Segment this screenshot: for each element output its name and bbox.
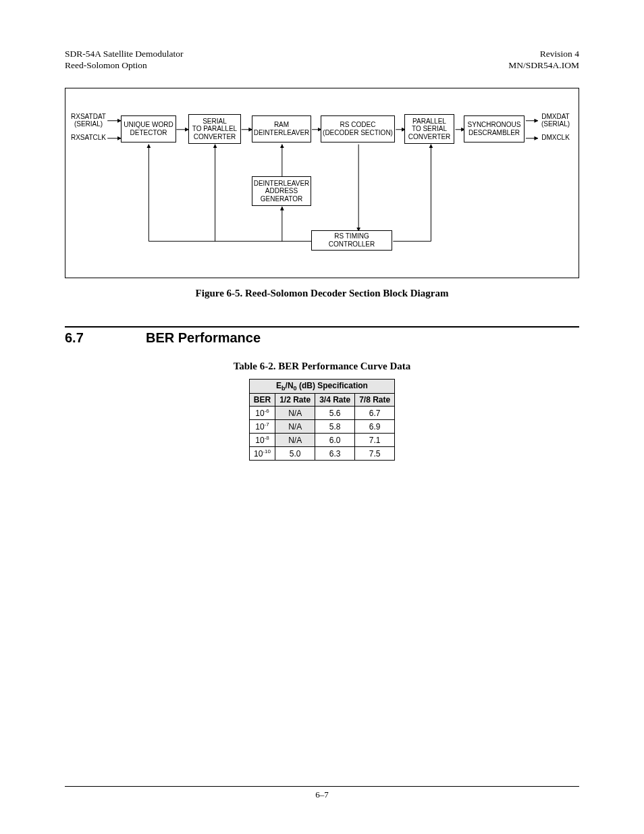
section-title: BER Performance xyxy=(146,330,261,346)
header-docnum: MN/SDR54A.IOM xyxy=(508,60,579,72)
header-left: SDR-54A Satellite Demodulator Reed-Solom… xyxy=(65,49,183,72)
table-caption: Table 6-2. BER Performance Curve Data xyxy=(65,361,579,372)
page: SDR-54A Satellite Demodulator Reed-Solom… xyxy=(0,0,644,834)
header-option: Reed-Solomon Option xyxy=(65,60,183,72)
cell-seven-eighth-rate: 7.1 xyxy=(355,434,395,447)
table-row: 10-105.06.37.5 xyxy=(249,447,394,461)
col-half: 1/2 Rate xyxy=(275,394,315,407)
block-unique-word-detector: UNIQUE WORDDETECTOR xyxy=(121,115,176,142)
table-row: 10-6N/A5.66.7 xyxy=(249,407,394,420)
cell-half-rate: N/A xyxy=(275,434,315,447)
cell-ber: 10-10 xyxy=(249,447,275,461)
table-row: 10-7N/A5.86.9 xyxy=(249,420,394,434)
block-deinterleaver-address-generator: DEINTERLEAVERADDRESSGENERATOR xyxy=(252,176,311,206)
cell-half-rate: N/A xyxy=(275,407,315,420)
label-rxsatclk: RXSATCLK xyxy=(70,134,107,142)
block-rs-timing-controller: RS TIMING CONTROLLER xyxy=(311,230,392,251)
table-row: 10-8N/A6.07.1 xyxy=(249,434,394,447)
cell-three-quarter-rate: 5.6 xyxy=(315,407,355,420)
header-product: SDR-54A Satellite Demodulator xyxy=(65,49,183,60)
cell-ber: 10-6 xyxy=(249,407,275,420)
ebno-text: Eb/N0 (dB) Specification xyxy=(276,381,368,390)
cell-seven-eighth-rate: 6.9 xyxy=(355,420,395,434)
col-three: 3/4 Rate xyxy=(315,394,355,407)
cell-three-quarter-rate: 6.0 xyxy=(315,434,355,447)
cell-seven-eighth-rate: 6.7 xyxy=(355,407,395,420)
header-right: Revision 4 MN/SDR54A.IOM xyxy=(508,49,579,72)
header-revision: Revision 4 xyxy=(508,49,579,60)
page-header: SDR-54A Satellite Demodulator Reed-Solom… xyxy=(65,49,579,72)
cell-three-quarter-rate: 5.8 xyxy=(315,420,355,434)
ber-table-body: 10-6N/A5.66.710-7N/A5.86.910-8N/A6.07.11… xyxy=(249,407,394,461)
page-footer: 6–7 xyxy=(65,786,579,800)
cell-ber: 10-8 xyxy=(249,434,275,447)
cell-half-rate: N/A xyxy=(275,420,315,434)
table-spec-header: Eb/N0 (dB) Specification xyxy=(249,379,394,393)
block-parallel-to-serial: PARALLELTO SERIALCONVERTER xyxy=(404,114,454,144)
label-dmxclk: DMXCLK xyxy=(537,134,574,142)
section-number: 6.7 xyxy=(65,330,146,346)
label-rxsatdat: RXSATDAT(SERIAL) xyxy=(70,113,107,128)
block-synchronous-descrambler: SYNCHRONOUSDESCRAMBLER xyxy=(464,115,525,142)
ber-table: Eb/N0 (dB) Specification BER 1/2 Rate 3/… xyxy=(249,379,395,461)
cell-seven-eighth-rate: 7.5 xyxy=(355,447,395,461)
cell-ber: 10-7 xyxy=(249,420,275,434)
block-ram-deinterleaver: RAMDEINTERLEAVER xyxy=(252,115,311,142)
cell-three-quarter-rate: 6.3 xyxy=(315,447,355,461)
col-seven: 7/8 Rate xyxy=(355,394,395,407)
figure-caption: Figure 6-5. Reed-Solomon Decoder Section… xyxy=(65,288,579,299)
cell-half-rate: 5.0 xyxy=(275,447,315,461)
section-heading: 6.7 BER Performance xyxy=(65,326,579,346)
block-diagram: RXSATDAT(SERIAL) RXSATCLK UNIQUE WORDDET… xyxy=(65,88,579,278)
block-serial-to-parallel: SERIALTO PARALLELCONVERTER xyxy=(188,114,241,144)
col-ber: BER xyxy=(249,394,275,407)
label-dmxdat: DMXDAT(SERIAL) xyxy=(537,113,574,128)
block-rs-codec: RS CODEC(DECODER SECTION) xyxy=(321,115,395,142)
